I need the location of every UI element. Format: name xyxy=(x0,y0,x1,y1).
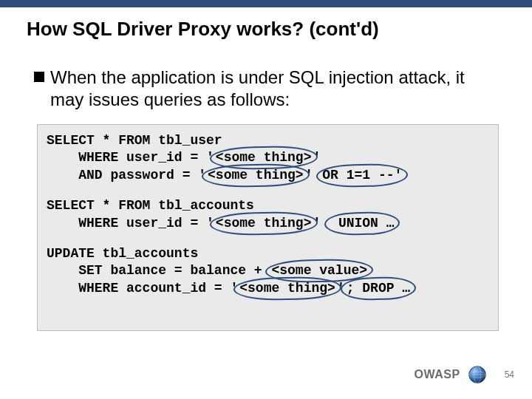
page-number: 54 xyxy=(505,369,514,380)
code-text: ' xyxy=(313,216,329,231)
code-text: SELECT * FROM tbl_user xyxy=(47,133,222,148)
top-accent-bar xyxy=(0,0,532,7)
placeholder-circled: <some thing> xyxy=(206,167,305,184)
code-text: SELECT * FROM tbl_accounts xyxy=(47,198,254,213)
bullet-text: When the application is under SQL inject… xyxy=(50,66,502,111)
placeholder-circled: <some value> xyxy=(270,262,369,279)
code-text: ' xyxy=(337,281,345,296)
bullet-square-icon xyxy=(34,72,44,82)
bullet-item: When the application is under SQL inject… xyxy=(34,66,502,111)
code-text: ' xyxy=(313,150,321,165)
injection-circled: OR 1=1 --' xyxy=(321,167,403,184)
sql-query-3: UPDATE tbl_accounts SET balance = balanc… xyxy=(47,245,489,297)
code-text: ' xyxy=(305,168,321,183)
slide-title: How SQL Driver Proxy works? (cont'd) xyxy=(27,18,379,41)
code-text: WHERE account_id = ' xyxy=(47,281,238,296)
sql-query-1: SELECT * FROM tbl_user WHERE user_id = '… xyxy=(47,132,489,184)
footer: OWASP 54 xyxy=(415,365,514,384)
code-text: WHERE user_id = ' xyxy=(47,216,214,231)
slide: How SQL Driver Proxy works? (cont'd) Whe… xyxy=(0,0,532,399)
code-text: UPDATE tbl_accounts xyxy=(47,246,198,261)
injection-circled: UNION … xyxy=(329,215,395,232)
code-text: AND password = ' xyxy=(47,168,206,183)
placeholder-circled: <some thing> xyxy=(214,149,313,166)
injection-circled: ; DROP … xyxy=(345,280,412,297)
placeholder-circled: <some thing> xyxy=(214,215,313,232)
sql-code-box: SELECT * FROM tbl_user WHERE user_id = '… xyxy=(37,124,499,331)
code-text: WHERE user_id = ' xyxy=(47,150,214,165)
sql-query-2: SELECT * FROM tbl_accounts WHERE user_id… xyxy=(47,197,489,232)
placeholder-circled: <some thing> xyxy=(238,280,337,297)
code-text: SET balance = balance + xyxy=(47,263,270,278)
owasp-label: OWASP xyxy=(415,368,460,381)
owasp-globe-icon xyxy=(468,365,487,384)
